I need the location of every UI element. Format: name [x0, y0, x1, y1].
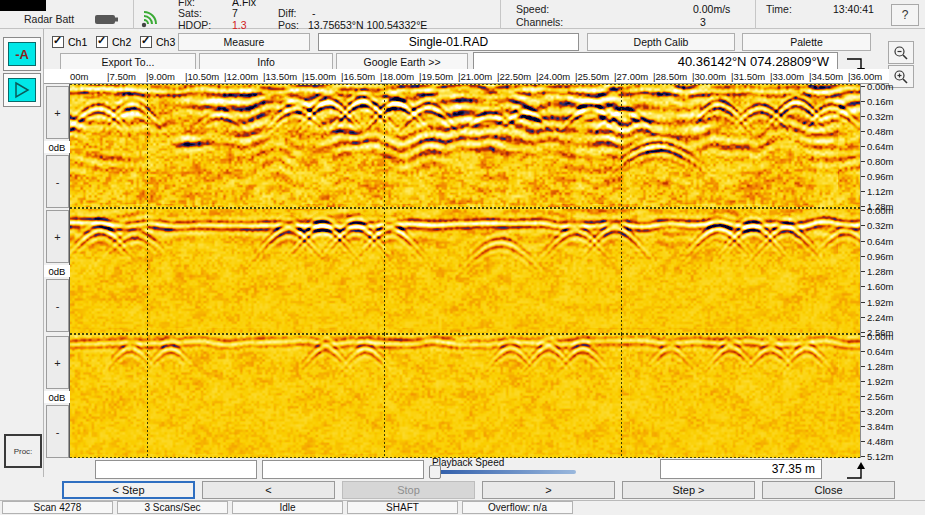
coordinates-field[interactable]: 40.36142°N 074.28809°W	[473, 52, 838, 70]
depth-tick-ch3	[861, 411, 865, 412]
ruler-tick-label: |34.50m	[809, 71, 843, 82]
depth-tick-ch3	[861, 351, 865, 352]
gain-plus-button-ch3[interactable]: +	[46, 336, 69, 389]
hdop-value: 1.3	[232, 19, 247, 31]
ruler-tick-label: |24.00m	[536, 71, 570, 82]
gain-db-label-ch1: 0dB	[44, 141, 70, 153]
ch3-checkbox-label: Ch3	[156, 36, 175, 48]
playback-speed-slider-handle[interactable]	[429, 465, 441, 479]
ruler-tick-label: |30.00m	[692, 71, 726, 82]
gain-plus-button-ch2[interactable]: +	[46, 210, 69, 263]
gain-minus-button-ch3[interactable]: -	[46, 405, 69, 458]
depth-tick-label-ch2: 0.00m	[867, 205, 893, 216]
depth-tick-ch1	[861, 206, 865, 207]
sats-label: Sats:	[178, 7, 202, 19]
depth-tick-ch3	[861, 426, 865, 427]
depth-tick-label-ch1: 0.96m	[867, 171, 893, 182]
depth-tick-ch2	[861, 302, 865, 303]
background-window-fragment	[0, 0, 46, 11]
gain-minus-button-ch1[interactable]: -	[46, 155, 69, 208]
depth-tick-label-ch1: 0.16m	[867, 96, 893, 107]
depth-tick-label-ch2: 1.28m	[867, 266, 893, 277]
position-field[interactable]: 37.35 m	[660, 459, 822, 479]
gain-plus-button-ch1[interactable]: +	[46, 86, 69, 139]
ruler-tick-label: |13.50m	[263, 71, 297, 82]
ch1-checkbox[interactable]: ✓ Ch1	[52, 36, 87, 48]
status-segment: Scan 4278	[2, 501, 113, 514]
depth-tick-ch2	[861, 241, 865, 242]
depth-tick-ch2	[861, 271, 865, 272]
pos-value: 13.75653°N 100.54332°E	[308, 19, 427, 31]
depth-tick-ch1	[861, 146, 865, 147]
top-status-bar: Radar Batt Fix: A.Fix Sats: 7 HDOP: 1.3 …	[0, 0, 925, 29]
status-segment: 3 Scans/Sec	[117, 501, 228, 514]
play-button[interactable]	[3, 73, 41, 107]
ruler-tick-label: |16.50m	[341, 71, 375, 82]
depth-tick-label-ch2: 0.96m	[867, 250, 893, 261]
ruler-tick-label: |28.50m	[653, 71, 687, 82]
ruler-tick-label: |33.00m	[770, 71, 804, 82]
arrow-bend-up-icon[interactable]	[845, 461, 871, 483]
depth-tick-label-ch3: 5.12m	[867, 451, 893, 462]
measure-button[interactable]: Measure	[178, 33, 310, 51]
close-button[interactable]: Close	[762, 481, 895, 499]
proc-indicator[interactable]: Proc:	[4, 434, 42, 468]
playback-speed-slider-track[interactable]	[431, 470, 576, 474]
ruler-tick-label: |18.00m	[380, 71, 414, 82]
depth-tick-label-ch2: 0.32m	[867, 220, 893, 231]
ruler-tick-label: |9.00m	[146, 71, 175, 82]
step-back-button[interactable]: < Step	[62, 481, 195, 499]
speed-label: Speed:	[516, 3, 549, 15]
depth-tick-ch3	[861, 456, 865, 457]
checkbox-checked-icon: ✓	[52, 36, 64, 48]
depth-tick-label-ch2: 1.92m	[867, 296, 893, 307]
hdop-label: HDOP:	[178, 19, 211, 31]
depth-tick-ch1	[861, 101, 865, 102]
depth-calib-button[interactable]: Depth Calib	[587, 33, 735, 51]
depth-tick-label-ch1: 0.64m	[867, 141, 893, 152]
depth-tick-ch3	[861, 396, 865, 397]
depth-tick-ch1	[861, 116, 865, 117]
depth-tick-ch2	[861, 317, 865, 318]
depth-tick-label-ch3: 0.64m	[867, 346, 893, 357]
zoom-out-button[interactable]	[888, 41, 914, 64]
help-button[interactable]: ?	[891, 4, 919, 26]
depth-tick-ch1	[861, 161, 865, 162]
playback-speed-label: Playback Speed	[432, 457, 504, 468]
distance-ruler: 00m|7.50m|9.00m|10.50m|12.00m|13.50m|15.…	[44, 69, 889, 84]
info-text-field[interactable]	[262, 460, 424, 479]
battery-icon	[95, 15, 119, 25]
ch2-checkbox[interactable]: ✓ Ch2	[96, 36, 131, 48]
diff-label: Diff:	[278, 7, 296, 19]
play-triangle-icon	[11, 80, 33, 100]
palette-button[interactable]: Palette	[742, 33, 871, 51]
filename-field[interactable]: Single-01.RAD	[318, 33, 579, 51]
radar-batt-label: Radar Batt	[24, 13, 74, 25]
depth-tick-label-ch3: 0.00m	[867, 331, 893, 342]
forward-button[interactable]: >	[482, 481, 615, 499]
marker-text-field[interactable]	[95, 460, 257, 479]
depth-tick-label-ch3: 4.48m	[867, 436, 893, 447]
depth-tick-ch3	[861, 366, 865, 367]
depth-tick-label-ch3: 3.20m	[867, 406, 893, 417]
radargram-view-ch2[interactable]	[70, 208, 860, 334]
auto-gain-label: -A	[8, 42, 36, 66]
ch3-checkbox[interactable]: ✓ Ch3	[140, 36, 175, 48]
status-segment: Idle	[232, 501, 343, 514]
depth-tick-label-ch3: 1.28m	[867, 361, 893, 372]
radargram-view-ch3[interactable]	[70, 334, 860, 458]
time-value: 13:40:41	[833, 3, 874, 15]
back-button[interactable]: <	[202, 481, 335, 499]
topbar-divider	[500, 0, 501, 29]
auto-gain-button[interactable]: -A	[3, 37, 41, 71]
ruler-tick-label: |21.00m	[458, 71, 492, 82]
step-forward-button[interactable]: Step >	[622, 481, 755, 499]
gain-db-label-ch2: 0dB	[44, 265, 70, 277]
speed-value: 0.00m/s	[693, 3, 730, 15]
checkbox-checked-icon: ✓	[96, 36, 108, 48]
ruler-tick-label: |22.50m	[497, 71, 531, 82]
gain-minus-button-ch2[interactable]: -	[46, 279, 69, 332]
radargram-view-ch1[interactable]	[70, 84, 860, 208]
status-segment: SHAFT	[347, 501, 458, 514]
depth-tick-label-ch2: 2.24m	[867, 311, 893, 322]
